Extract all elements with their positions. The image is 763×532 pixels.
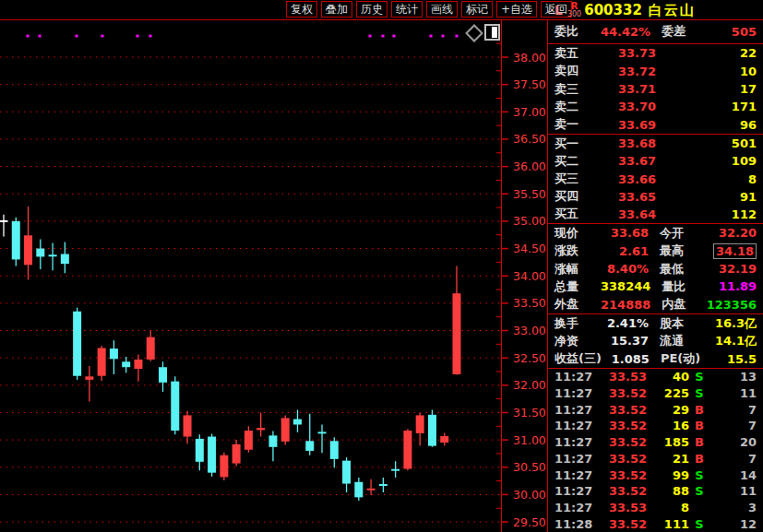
- level-label: 卖三: [554, 81, 601, 98]
- level-price: 33.67: [601, 154, 656, 168]
- weicha-value: 505: [706, 25, 757, 39]
- buy-row[interactable]: 买三33.668: [548, 170, 763, 187]
- level-price: 33.73: [601, 46, 656, 60]
- info-label-2: 量比: [662, 278, 706, 295]
- tick-volume: 88: [647, 484, 689, 498]
- tick-volume: 40: [647, 370, 689, 384]
- info-value-2: 34.18: [704, 244, 757, 258]
- info-row: 换手2.41%股本16.3亿: [548, 314, 763, 332]
- tick-volume: 225: [647, 386, 689, 400]
- weibi-row: 委比 44.42% 委差 505: [548, 19, 763, 43]
- tick-time: 11:27: [554, 419, 593, 432]
- ma-dot: [393, 35, 396, 38]
- info-row: 现价33.68今开32.20: [548, 224, 763, 242]
- candle-body: [330, 441, 339, 459]
- tick-volume: 21: [647, 452, 689, 466]
- sell-row[interactable]: 卖五33.7322: [548, 44, 763, 62]
- toolbar-button-add-favorite[interactable]: +自选: [496, 1, 537, 18]
- level-price: 33.64: [601, 207, 656, 221]
- sell-row[interactable]: 卖二33.70171: [548, 98, 763, 115]
- candle-body: [354, 482, 363, 498]
- level-price: 33.68: [601, 136, 656, 150]
- info-value-2: 15.5: [705, 352, 757, 366]
- sell-row[interactable]: 卖三33.7117: [548, 80, 763, 98]
- buy-row[interactable]: 买四33.6591: [548, 188, 763, 206]
- y-axis-label: 34.50: [513, 242, 546, 255]
- info-label-2: 最高: [660, 242, 704, 259]
- level-label: 买四: [554, 188, 601, 205]
- sell-row[interactable]: 卖四33.7210: [548, 62, 763, 79]
- tick-price: 33.52: [593, 468, 647, 482]
- level-label: 卖五: [554, 45, 601, 62]
- info-value-1: 2.61: [601, 244, 649, 258]
- tick-direction: B: [689, 435, 709, 449]
- info-value-1: 1.085: [602, 352, 650, 366]
- candle-body: [318, 432, 327, 433]
- toolbar-button-statistics[interactable]: 统计: [391, 1, 423, 18]
- candle-body: [85, 376, 93, 380]
- candle-body: [342, 461, 351, 484]
- weibi-label: 委比: [554, 23, 601, 40]
- kline-chart[interactable]: 38.0037.5037.0036.5036.0035.5035.0034.50…: [0, 19, 548, 532]
- flag-r300: R 300: [567, 2, 581, 18]
- toolbar-button-history[interactable]: 历史: [356, 1, 387, 18]
- y-axis-label: 33.50: [513, 296, 546, 310]
- y-axis-label: 32.00: [513, 378, 546, 392]
- candle-body: [305, 441, 314, 451]
- tick-count: 13: [709, 370, 757, 384]
- candle-body: [134, 360, 142, 369]
- candle-body: [159, 367, 167, 383]
- ma-dot: [382, 35, 385, 38]
- tick-row: 11:2733.52225S11: [548, 385, 763, 402]
- buy-row[interactable]: 买一33.68501: [548, 135, 763, 152]
- ma-dot: [27, 35, 30, 38]
- info-label-1: 收益(三): [554, 350, 602, 367]
- tick-price: 33.52: [593, 517, 647, 531]
- ma-dot: [430, 35, 433, 38]
- y-axis-label: 30.00: [513, 488, 546, 502]
- candle-body: [73, 312, 81, 376]
- tick-count: 12: [709, 517, 757, 531]
- weibi-section: 委比 44.42% 委差 505: [548, 19, 763, 44]
- buy-row[interactable]: 买五33.64112: [548, 206, 763, 223]
- y-axis-label: 36.50: [513, 132, 546, 146]
- tick-direction: S: [689, 517, 709, 531]
- level-price: 33.70: [601, 100, 656, 113]
- info-value-1: 15.37: [601, 334, 649, 348]
- split-screen-icon[interactable]: [484, 24, 500, 41]
- toolbar-button-adjust[interactable]: 复权: [286, 1, 317, 18]
- toolbar-button-overlay[interactable]: 叠加: [321, 1, 352, 18]
- tick-volume: 29: [647, 403, 689, 417]
- tick-time: 11:27: [554, 468, 593, 482]
- candle-body: [244, 431, 253, 450]
- toolbar-button-mark[interactable]: 标记: [461, 1, 493, 18]
- stock-name: 白云山: [649, 2, 696, 19]
- tick-volume: 16: [647, 419, 689, 432]
- tick-time: 11:27: [554, 452, 593, 466]
- tick-time: 11:27: [554, 403, 593, 417]
- ma-dot: [76, 35, 78, 38]
- info-label-1: 涨幅: [554, 261, 601, 278]
- tick-row: 11:2733.5299S14: [548, 467, 763, 483]
- info-value-2: 14.1亿: [704, 333, 757, 349]
- candle-body: [281, 418, 290, 441]
- tick-price: 33.52: [593, 435, 647, 449]
- y-axis-label: 37.00: [513, 105, 546, 119]
- buy-row[interactable]: 买二33.67109: [548, 152, 763, 170]
- tick-count: 11: [709, 484, 757, 498]
- quote-stats: 现价33.68今开32.20涨跌2.61最高34.18涨幅8.40%最低32.1…: [548, 224, 763, 314]
- ma-dot: [101, 35, 104, 38]
- candle-body: [122, 361, 130, 367]
- candle-body: [61, 254, 69, 264]
- tick-time: 11:27: [554, 386, 593, 400]
- y-axis-label: 34.00: [513, 269, 546, 283]
- info-label-1: 总量: [554, 278, 601, 295]
- sell-row[interactable]: 卖一33.6996: [548, 116, 763, 134]
- candle-body: [208, 437, 216, 473]
- tick-time: 11:27: [554, 501, 593, 514]
- candle-body: [36, 249, 44, 257]
- tick-price: 33.52: [593, 386, 647, 400]
- weicha-label: 委差: [662, 23, 706, 40]
- toolbar-button-draw-line[interactable]: 画线: [426, 1, 458, 18]
- buy-levels: 买一33.68501买二33.67109买三33.668买四33.6591买五3…: [548, 135, 763, 224]
